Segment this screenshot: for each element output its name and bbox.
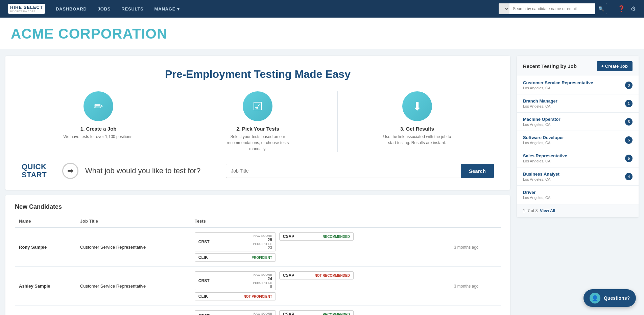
hero-step-1: ✏ 1. Create a Job We have tests for over… bbox=[19, 91, 178, 152]
hero-steps: ✏ 1. Create a Job We have tests for over… bbox=[19, 91, 497, 152]
quick-start-arrow: ➡ bbox=[62, 163, 78, 179]
search-button[interactable]: Search bbox=[461, 164, 494, 178]
step-3-title: 3. Get Results bbox=[400, 126, 434, 132]
create-job-button[interactable]: + Create Job bbox=[597, 61, 633, 71]
list-item[interactable]: Driver Los Angeles, CA bbox=[517, 186, 639, 204]
csap-status: RECOMMENDED bbox=[323, 235, 350, 239]
logo: HIRE SELECT BY CRITERIA CORP bbox=[8, 4, 45, 14]
tests-left-col: CBST RAW SCORE 28 PERCENTILE 23 bbox=[195, 232, 276, 262]
raw-score: 24 bbox=[253, 276, 272, 281]
logo-box: HIRE SELECT BY CRITERIA CORP bbox=[8, 4, 45, 14]
table-row: Rony Sample Customer Service Representat… bbox=[15, 227, 501, 267]
job-info: Branch Manager Los Angeles, CA bbox=[523, 98, 557, 108]
job-title-input[interactable] bbox=[226, 164, 461, 178]
test-score: RAW SCORE 30 bbox=[254, 312, 272, 315]
nav-jobs[interactable]: JOBS bbox=[98, 5, 111, 13]
search-icon: 🔍 bbox=[598, 6, 604, 12]
job-location: Los Angeles, CA bbox=[523, 122, 560, 127]
list-item[interactable]: Branch Manager Los Angeles, CA 1 bbox=[517, 94, 639, 113]
tests-right-col: CSAP RECOMMENDED bbox=[279, 232, 354, 241]
list-item[interactable]: Sales Representative Los Angeles, CA 5 bbox=[517, 149, 639, 167]
quick-start-question: What job would you like to test for? bbox=[85, 166, 219, 175]
list-item[interactable]: Machine Operator Los Angeles, CA 5 bbox=[517, 113, 639, 131]
chat-label: Questions? bbox=[604, 295, 630, 301]
get-results-icon: ⬇ bbox=[402, 91, 432, 121]
chat-bubble[interactable]: 👤 Questions? bbox=[583, 289, 636, 307]
test-name: CLIK bbox=[198, 255, 208, 260]
tests-right-col: CSAP NOT RECOMMENDED bbox=[279, 271, 354, 279]
tests-pair: CBST RAW SCORE 28 PERCENTILE 23 bbox=[195, 232, 446, 262]
cbst-badge[interactable]: CBST RAW SCORE 30 bbox=[195, 310, 276, 315]
nav-search-button[interactable]: 🔍 bbox=[595, 3, 607, 14]
tests-pair: CBST RAW SCORE 30 CSAP bbox=[195, 310, 446, 315]
recent-jobs-title: Recent Testing by Job bbox=[523, 63, 577, 69]
cbst-badge[interactable]: CBST RAW SCORE 24 PERCENTILE 8 bbox=[195, 271, 276, 290]
test-status: PROFICIENT bbox=[252, 256, 272, 260]
test-status: NOT PROFICIENT bbox=[243, 295, 272, 298]
help-button[interactable]: ❓ bbox=[618, 5, 625, 13]
recent-jobs-header: Recent Testing by Job + Create Job bbox=[517, 56, 639, 76]
job-count: 5 bbox=[625, 136, 633, 144]
hero-card: Pre-Employment Testing Made Easy ✏ 1. Cr… bbox=[5, 56, 510, 190]
job-location: Los Angeles, CA bbox=[523, 86, 593, 90]
tests-pair: CBST RAW SCORE 24 PERCENTILE 8 bbox=[195, 271, 446, 300]
list-item[interactable]: Business Analyst Los Angeles, CA 4 bbox=[517, 167, 639, 186]
step-1-title: 1. Create a Job bbox=[80, 126, 117, 132]
time-ago: 3 months ago bbox=[454, 284, 479, 289]
test-name: CLIK bbox=[198, 294, 208, 299]
job-location: Los Angeles, CA bbox=[523, 196, 550, 200]
job-count: 4 bbox=[625, 173, 633, 180]
nav-dashboard[interactable]: DASHBOARD bbox=[56, 5, 87, 13]
job-info: Software Developer Los Angeles, CA bbox=[523, 135, 564, 145]
step-3-desc: Use the link associated with the job to … bbox=[380, 134, 454, 146]
job-name: Customer Service Representative bbox=[523, 80, 593, 85]
main-layout: Pre-Employment Testing Made Easy ✏ 1. Cr… bbox=[0, 49, 644, 315]
csap-badge[interactable]: CSAP NOT RECOMMENDED bbox=[279, 271, 354, 279]
test-name: CBST bbox=[198, 314, 210, 315]
tests-left-col: CBST RAW SCORE 30 bbox=[195, 310, 276, 315]
clik-badge[interactable]: CLIK PROFICIENT bbox=[195, 253, 276, 262]
quick-start-search-row: Search bbox=[226, 164, 494, 178]
job-info: Customer Service Representative Los Ange… bbox=[523, 80, 593, 90]
recent-jobs-footer: 1–7 of 8 View All bbox=[517, 204, 639, 217]
col-jobtitle: Job Title bbox=[76, 216, 191, 227]
nav-results[interactable]: RESULTS bbox=[121, 5, 143, 13]
settings-icon: ⚙ bbox=[630, 5, 636, 13]
job-info: Machine Operator Los Angeles, CA bbox=[523, 117, 560, 127]
table-row: Ashley Sample Customer Service Represent… bbox=[15, 267, 501, 306]
table-row: CBST RAW SCORE 30 CSAP bbox=[15, 306, 501, 315]
csap-badge[interactable]: CSAP RECOMMENDED bbox=[279, 310, 354, 315]
hero-step-3: ⬇ 3. Get Results Use the link associated… bbox=[338, 91, 497, 152]
nav-search-input[interactable] bbox=[509, 3, 595, 14]
list-item[interactable]: Customer Service Representative Los Ange… bbox=[517, 76, 639, 94]
settings-button[interactable]: ⚙ bbox=[630, 5, 636, 13]
list-item[interactable]: Software Developer Los Angeles, CA 5 bbox=[517, 131, 639, 149]
test-name: CBST bbox=[198, 240, 210, 244]
candidate-name: Rony Sample bbox=[19, 245, 47, 250]
csap-badge[interactable]: CSAP RECOMMENDED bbox=[279, 232, 354, 241]
percentile: 23 bbox=[253, 246, 272, 250]
job-location: Los Angeles, CA bbox=[523, 159, 567, 163]
job-name: Machine Operator bbox=[523, 117, 560, 122]
raw-score: 28 bbox=[253, 238, 272, 242]
candidates-title: New Candidates bbox=[15, 203, 501, 210]
nav-search-dropdown[interactable] bbox=[499, 3, 509, 14]
candidates-table: Name Job Title Tests Rony Sample Custome… bbox=[15, 216, 501, 315]
job-info: Driver Los Angeles, CA bbox=[523, 190, 550, 200]
job-name: Software Developer bbox=[523, 135, 564, 140]
logo-sub: BY CRITERIA CORP bbox=[10, 10, 43, 13]
create-job-icon: ✏ bbox=[84, 91, 113, 121]
job-count: 3 bbox=[625, 82, 633, 89]
cbst-badge[interactable]: CBST RAW SCORE 28 PERCENTILE 23 bbox=[195, 232, 276, 251]
clik-badge[interactable]: CLIK NOT PROFICIENT bbox=[195, 292, 276, 300]
candidates-card: New Candidates Name Job Title Tests Rony… bbox=[5, 195, 510, 315]
time-ago: 3 months ago bbox=[454, 245, 479, 250]
step-2-title: 2. Pick Your Tests bbox=[236, 126, 279, 132]
nav-manage[interactable]: MANAGE ▾ bbox=[154, 5, 180, 13]
nav-search-bar: 🔍 bbox=[499, 3, 607, 14]
test-name: CBST bbox=[198, 278, 210, 283]
job-name: Sales Representative bbox=[523, 153, 567, 158]
right-panel: Recent Testing by Job + Create Job Custo… bbox=[517, 56, 639, 217]
view-all-link[interactable]: View All bbox=[540, 208, 555, 213]
left-panel: Pre-Employment Testing Made Easy ✏ 1. Cr… bbox=[5, 56, 510, 315]
